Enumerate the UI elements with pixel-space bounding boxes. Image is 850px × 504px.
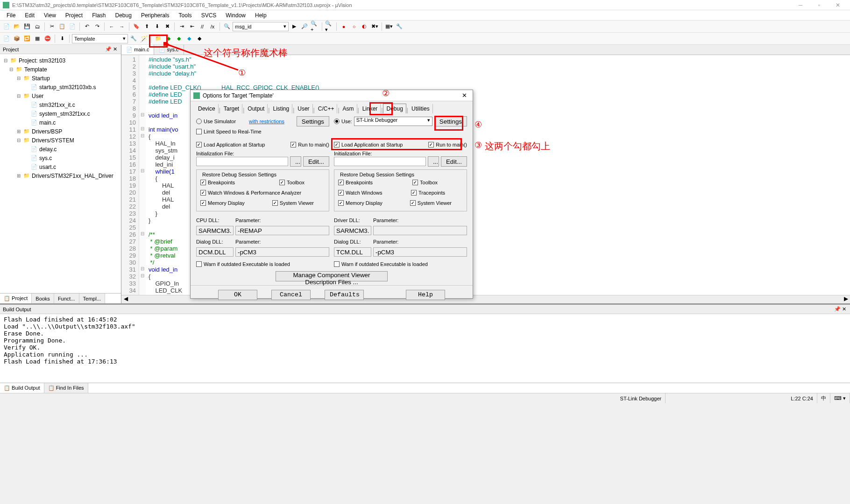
maximize-button[interactable]: ▫ xyxy=(810,0,829,10)
dialog-tab-listing[interactable]: Listing xyxy=(270,104,292,113)
panel-pin-icon[interactable]: 📌 xyxy=(105,46,112,52)
sim-init-browse-button[interactable]: ... xyxy=(290,156,301,167)
tree-file-sys-c[interactable]: 📄sys.c xyxy=(0,154,121,162)
configure-icon[interactable]: 🔧 xyxy=(395,22,404,31)
sim-init-edit-button[interactable]: Edit... xyxy=(303,156,329,167)
manage-icon[interactable]: 📁 xyxy=(154,34,163,43)
books-icon[interactable]: ◆ xyxy=(184,34,194,43)
target-combo[interactable]: Template▾ xyxy=(72,34,128,43)
menu-project[interactable]: Project xyxy=(61,11,87,20)
tree-file-main-c[interactable]: 📄main.c xyxy=(0,118,121,127)
paste-icon[interactable]: 📄 xyxy=(68,22,77,31)
project-tab-funct[interactable]: Funct... xyxy=(54,294,79,303)
dialog-tab-debug[interactable]: Debug xyxy=(383,104,406,113)
tree-file-usart-c[interactable]: 📄usart.c xyxy=(0,162,121,171)
cpu-dll-input[interactable] xyxy=(196,226,234,235)
nav-fwd-icon[interactable]: → xyxy=(117,22,127,31)
editor-tab-sys-c[interactable]: 📄 sys.c xyxy=(154,45,184,55)
dialog-titlebar[interactable]: Options for Target 'Template' ✕ xyxy=(191,90,473,101)
tree-group-drivers-stm32f1xx_hal_driver[interactable]: ⊞📁Drivers/STM32F1xx_HAL_Driver xyxy=(0,171,121,180)
bp-kill-icon[interactable]: ✖▾ xyxy=(370,22,379,31)
incr-search-icon[interactable]: 🔍+ xyxy=(310,22,319,31)
find-files-icon[interactable]: 🔎 xyxy=(300,22,309,31)
cpu-param-input[interactable] xyxy=(235,226,329,235)
rte-icon[interactable]: ◆ xyxy=(164,34,173,43)
drv-toolbox-check[interactable] xyxy=(412,180,418,185)
sim-load-app-check[interactable] xyxy=(196,142,202,147)
dlg-dll-input[interactable] xyxy=(196,247,234,257)
tree-file-system_stm32f1xx-c[interactable]: 📄system_stm32f1xx.c xyxy=(0,109,121,118)
project-tab-books[interactable]: Books xyxy=(32,294,54,303)
dialog-close-icon[interactable]: ✕ xyxy=(459,92,470,99)
save-icon[interactable]: 💾 xyxy=(22,22,32,31)
sim-bp-check[interactable] xyxy=(200,180,206,185)
drv-watch-check[interactable] xyxy=(338,190,344,196)
drv-trace-check[interactable] xyxy=(411,190,417,196)
open-icon[interactable]: 📂 xyxy=(12,22,21,31)
bp-disable-icon[interactable]: ◐ xyxy=(360,22,369,31)
tree-group-drivers-bsp[interactable]: ⊞📁Drivers/BSP xyxy=(0,127,121,136)
dialog-tab-cc[interactable]: C/C++ xyxy=(315,104,338,113)
bookmark-clear-icon[interactable]: ✖ xyxy=(163,22,172,31)
sim-settings-button[interactable]: Settings xyxy=(297,116,329,126)
magic-wand-icon[interactable]: 🪄 xyxy=(139,34,149,43)
tree-root[interactable]: ⊟📁Project: stm32f103 xyxy=(0,56,121,65)
tree-file-delay-c[interactable]: 📄delay.c xyxy=(0,145,121,154)
menu-file[interactable]: File xyxy=(2,11,20,20)
dialog-tab-device[interactable]: Device xyxy=(195,104,219,113)
dialog-tab-output[interactable]: Output xyxy=(245,104,268,113)
tree-file-startup_stm32f103xb-s[interactable]: 📄startup_stm32f103xb.s xyxy=(0,83,121,91)
cut-icon[interactable]: ✂ xyxy=(47,22,57,31)
bookmark-icon[interactable]: 🔖 xyxy=(132,22,141,31)
find-next-icon[interactable]: ▶ xyxy=(290,22,299,31)
ok-button[interactable]: OK xyxy=(218,290,257,300)
find-combo[interactable]: msg_id▾ xyxy=(233,22,289,31)
limit-speed-check[interactable] xyxy=(196,129,202,134)
output-tab-build-output[interactable]: 📋 Build Output xyxy=(0,383,44,393)
build-output-text[interactable]: Flash Load finished at 16:45:02 Load "..… xyxy=(0,314,850,383)
outdent-icon[interactable]: ⇤ xyxy=(187,22,197,31)
download-icon[interactable]: ⬇ xyxy=(57,34,67,43)
manage-viewer-button[interactable]: Manage Component Viewer Description File… xyxy=(276,271,388,281)
undo-icon[interactable]: ↶ xyxy=(82,22,92,31)
dialog-tab-asm[interactable]: Asm xyxy=(340,104,357,113)
drv-param-input[interactable] xyxy=(373,226,467,235)
output-tab-find-in-files[interactable]: 📋 Find In Files xyxy=(44,383,88,393)
menu-debug[interactable]: Debug xyxy=(111,11,136,20)
build-icon[interactable]: 📦 xyxy=(12,34,21,43)
sim-watch-check[interactable] xyxy=(200,190,206,196)
tree-target[interactable]: ⊟📁Template xyxy=(0,65,121,74)
with-restrictions-link[interactable]: with restrictions xyxy=(249,119,284,124)
pack-icon[interactable]: ◆ xyxy=(174,34,184,43)
drv-init-file-input[interactable] xyxy=(334,157,426,166)
new-icon[interactable]: 📄 xyxy=(2,22,11,31)
saveall-icon[interactable]: 🗂 xyxy=(33,22,42,31)
use-driver-radio[interactable] xyxy=(334,119,340,124)
defaults-button[interactable]: Defaults xyxy=(325,290,364,300)
uncomment-icon[interactable]: /x xyxy=(208,22,217,31)
menu-peripherals[interactable]: Peripherals xyxy=(136,11,174,20)
batch-build-icon[interactable]: ▦ xyxy=(33,34,42,43)
dialog-tab-utilities[interactable]: Utilities xyxy=(409,104,433,113)
indent-icon[interactable]: ⇥ xyxy=(177,22,186,31)
editor-tab-main-c[interactable]: 📄 main.c xyxy=(121,45,154,55)
sim-warn-check[interactable] xyxy=(196,261,202,267)
tree-file-stm32f1xx_it-c[interactable]: 📄stm32f1xx_it.c xyxy=(0,100,121,109)
drv-init-edit-button[interactable]: Edit... xyxy=(441,156,467,167)
target-options-icon[interactable]: 🔧 xyxy=(129,34,138,43)
menu-window[interactable]: Window xyxy=(221,11,250,20)
mgmt-icon[interactable]: ◆ xyxy=(195,34,204,43)
drv-sysview-check[interactable] xyxy=(410,200,416,206)
drv-dlgdll-input[interactable] xyxy=(334,247,371,257)
dialog-tab-target[interactable]: Target xyxy=(221,104,242,113)
project-tab-templ[interactable]: Templ... xyxy=(79,294,106,303)
menu-view[interactable]: View xyxy=(39,11,61,20)
debug-icon[interactable]: 🔍▾ xyxy=(325,22,334,31)
drv-dll-input[interactable] xyxy=(334,226,371,235)
menu-tools[interactable]: Tools xyxy=(174,11,197,20)
menu-help[interactable]: Help xyxy=(250,11,271,20)
dialog-tab-linker[interactable]: Linker xyxy=(360,104,381,113)
menu-flash[interactable]: Flash xyxy=(87,11,110,20)
drv-load-app-check[interactable] xyxy=(334,142,340,147)
rebuild-icon[interactable]: 🔁 xyxy=(22,34,32,43)
